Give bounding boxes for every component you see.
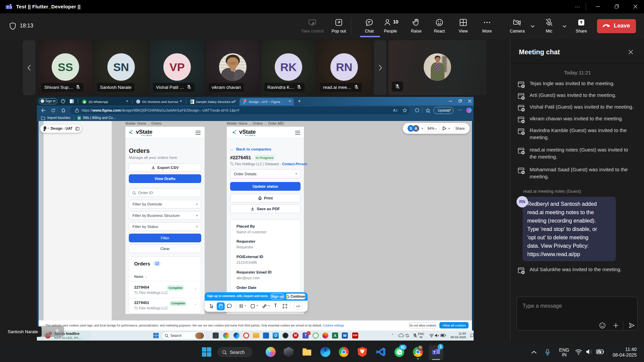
svg-text:A: A xyxy=(393,108,396,112)
svg-text:T: T xyxy=(7,6,9,9)
svg-text:T: T xyxy=(433,351,435,354)
svg-text:X: X xyxy=(191,101,192,103)
